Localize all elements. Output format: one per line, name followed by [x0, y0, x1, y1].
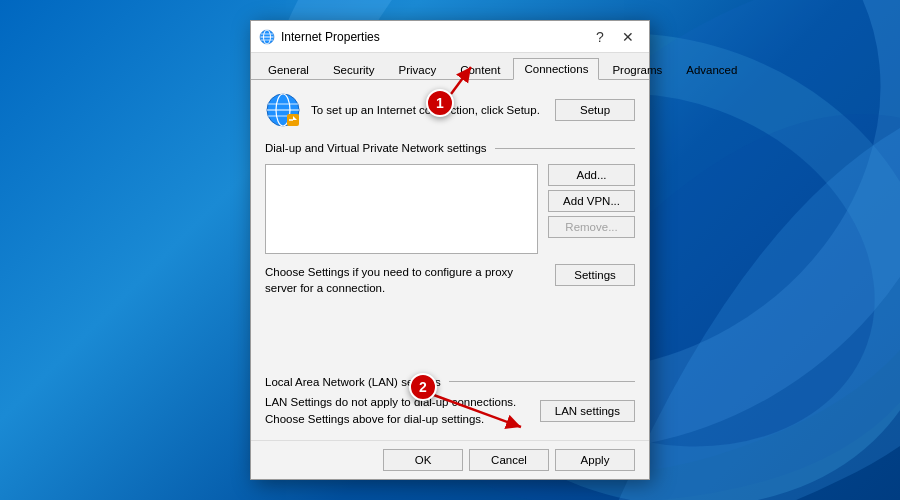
- annotation-2-arrow: [421, 389, 541, 439]
- cancel-button[interactable]: Cancel: [469, 449, 549, 471]
- tab-advanced[interactable]: Advanced: [675, 58, 748, 80]
- lan-divider: [449, 381, 635, 382]
- help-button[interactable]: ?: [587, 27, 613, 47]
- lan-settings-button[interactable]: LAN settings: [540, 400, 635, 422]
- annotation-2: 2: [409, 373, 437, 401]
- dialog-footer: OK Cancel Apply: [251, 440, 649, 479]
- dialog-title: Internet Properties: [281, 30, 380, 44]
- dialog-overlay: Internet Properties ? ✕ General Security…: [0, 0, 900, 500]
- tab-programs[interactable]: Programs: [601, 58, 673, 80]
- settings-description: Choose Settings if you need to configure…: [265, 264, 545, 296]
- vpn-list[interactable]: [265, 164, 538, 254]
- add-button[interactable]: Add...: [548, 164, 635, 186]
- tab-connections[interactable]: Connections: [513, 58, 599, 80]
- dialup-section-label: Dial-up and Virtual Private Network sett…: [265, 142, 635, 154]
- content-spacer: [265, 306, 635, 353]
- lan-section-label: Local Area Network (LAN) settings: [265, 376, 635, 388]
- tab-content-area: To set up an Internet connection, click …: [251, 80, 649, 440]
- annotation-1: 1: [426, 89, 454, 117]
- globe-icon: [265, 92, 301, 128]
- titlebar: Internet Properties ? ✕: [251, 21, 649, 53]
- ie-icon: [259, 29, 275, 45]
- remove-button[interactable]: Remove...: [548, 216, 635, 238]
- title-left: Internet Properties: [259, 29, 380, 45]
- ok-button[interactable]: OK: [383, 449, 463, 471]
- setup-btn-container: Setup: [555, 99, 635, 121]
- dialup-divider: [495, 148, 635, 149]
- title-controls: ? ✕: [587, 27, 641, 47]
- close-button[interactable]: ✕: [615, 27, 641, 47]
- dialup-label-text: Dial-up and Virtual Private Network sett…: [265, 142, 487, 154]
- internet-properties-dialog: Internet Properties ? ✕ General Security…: [250, 20, 650, 480]
- tab-security[interactable]: Security: [322, 58, 386, 80]
- vpn-area: Add... Add VPN... Remove...: [265, 164, 635, 254]
- settings-row: Choose Settings if you need to configure…: [265, 264, 635, 296]
- apply-button[interactable]: Apply: [555, 449, 635, 471]
- tab-general[interactable]: General: [257, 58, 320, 80]
- add-vpn-button[interactable]: Add VPN...: [548, 190, 635, 212]
- setup-button[interactable]: Setup: [555, 99, 635, 121]
- vpn-buttons: Add... Add VPN... Remove...: [548, 164, 635, 254]
- settings-button[interactable]: Settings: [555, 264, 635, 286]
